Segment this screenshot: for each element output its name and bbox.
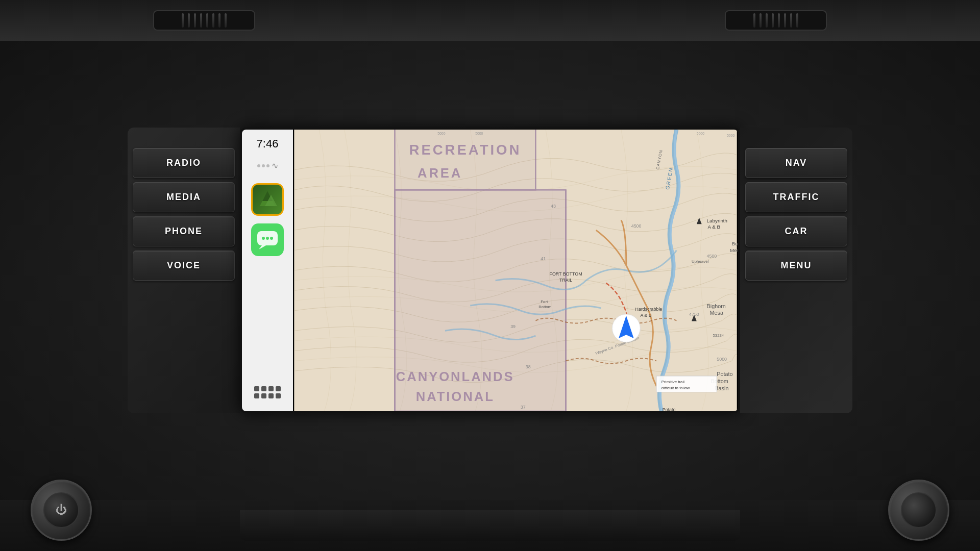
top-vents [0, 0, 980, 41]
voice-button[interactable]: VOICE [133, 251, 235, 281]
left-knob-area[interactable]: ⏻ [31, 480, 92, 541]
time-display: 7:46 [257, 137, 279, 151]
left-controls-panel: RADIO MEDIA PHONE VOICE [128, 128, 240, 413]
car-button[interactable]: CAR [745, 216, 847, 246]
svg-text:Bottom: Bottom [538, 305, 551, 309]
svg-point-6 [266, 237, 269, 240]
left-vent [153, 10, 255, 31]
grid-dot [261, 386, 266, 391]
svg-text:Hardscrabble: Hardscrabble [635, 307, 663, 312]
svg-point-5 [262, 237, 265, 240]
svg-text:5323×: 5323× [713, 333, 724, 338]
media-button[interactable]: MEDIA [133, 182, 235, 212]
svg-text:A & B: A & B [708, 224, 721, 230]
traffic-button[interactable]: TRAFFIC [745, 182, 847, 212]
svg-text:Labyrinth: Labyrinth [707, 218, 728, 223]
svg-text:FORT BOTTOM: FORT BOTTOM [550, 271, 582, 277]
power-knob[interactable]: ⏻ [31, 480, 92, 541]
svg-text:A & B: A & B [640, 313, 651, 318]
messages-app-icon[interactable] [251, 223, 284, 256]
svg-text:Mesa: Mesa [730, 248, 738, 254]
bottom-controls: ⏻ [0, 500, 980, 551]
dot-2 [262, 164, 265, 167]
svg-text:Fort: Fort [541, 299, 548, 304]
dot-1 [257, 164, 260, 167]
svg-text:TRAIL: TRAIL [559, 278, 572, 283]
svg-text:43: 43 [551, 204, 556, 209]
svg-text:Bighorn: Bighorn [707, 303, 726, 309]
svg-text:5000: 5000 [717, 357, 727, 362]
grid-dot [276, 386, 281, 391]
svg-text:Upheavel: Upheavel [692, 259, 709, 264]
svg-text:Potato: Potato [717, 371, 732, 377]
map-display[interactable]: 41 43 39 38 37 4750 5000 4500 4500 5250 … [293, 130, 738, 411]
power-knob-inner: ⏻ [43, 492, 79, 528]
svg-text:5000: 5000 [727, 134, 734, 137]
volume-knob-inner [901, 492, 937, 528]
bottom-shelf [240, 510, 740, 541]
radio-button[interactable]: RADIO [133, 148, 235, 178]
svg-text:39: 39 [510, 324, 516, 329]
right-knob-area[interactable] [888, 480, 949, 541]
signal-dots [257, 164, 270, 167]
infotainment-screen: 7:46 ∿ [240, 128, 740, 413]
volume-knob[interactable] [888, 480, 949, 541]
svg-text:AREA: AREA [418, 166, 462, 180]
svg-text:Potato: Potato [663, 407, 676, 411]
svg-text:5000: 5000 [437, 132, 445, 135]
grid-dot [254, 386, 259, 391]
svg-text:4500: 4500 [707, 254, 717, 259]
svg-text:5000: 5000 [697, 132, 704, 135]
svg-text:CANYONLANDS: CANYONLANDS [396, 369, 514, 384]
menu-button[interactable]: MENU [745, 251, 847, 281]
svg-text:Primitive trail: Primitive trail [662, 380, 684, 384]
signal-icons: ∿ [257, 161, 278, 170]
car-unit: RADIO MEDIA PHONE VOICE 7:46 ∿ [0, 0, 980, 551]
svg-text:PARK: PARK [434, 410, 476, 411]
svg-text:41: 41 [541, 256, 546, 261]
dot-3 [266, 164, 270, 167]
svg-text:Buck: Buck [732, 241, 738, 246]
svg-text:4500: 4500 [631, 223, 642, 229]
svg-text:difficult to follow: difficult to follow [662, 386, 690, 390]
svg-text:NATIONAL: NATIONAL [416, 389, 495, 404]
svg-rect-11 [395, 130, 535, 190]
svg-text:37: 37 [521, 405, 526, 410]
svg-text:Mesa: Mesa [709, 310, 723, 316]
svg-text:4750: 4750 [689, 312, 699, 317]
grid-dot [268, 393, 274, 398]
right-vent [725, 10, 827, 31]
power-icon: ⏻ [56, 504, 67, 517]
home-grid-icon[interactable] [249, 381, 286, 404]
grid-dot [261, 393, 266, 398]
wifi-icon: ∿ [272, 161, 278, 170]
maps-app-icon[interactable] [251, 183, 284, 216]
main-area: RADIO MEDIA PHONE VOICE 7:46 ∿ [0, 41, 980, 500]
grid-dot [254, 393, 259, 398]
svg-text:RECREATION: RECREATION [409, 142, 522, 158]
app-sidebar: 7:46 ∿ [242, 130, 293, 411]
svg-text:38: 38 [526, 364, 531, 369]
svg-point-7 [270, 237, 273, 240]
grid-dot [276, 393, 281, 398]
phone-button[interactable]: PHONE [133, 216, 235, 246]
grid-dot [268, 386, 274, 391]
nav-button[interactable]: NAV [745, 148, 847, 178]
right-controls-panel: NAV TRAFFIC CAR MENU [740, 128, 852, 413]
svg-text:5000: 5000 [475, 132, 483, 135]
svg-marker-4 [259, 245, 266, 249]
